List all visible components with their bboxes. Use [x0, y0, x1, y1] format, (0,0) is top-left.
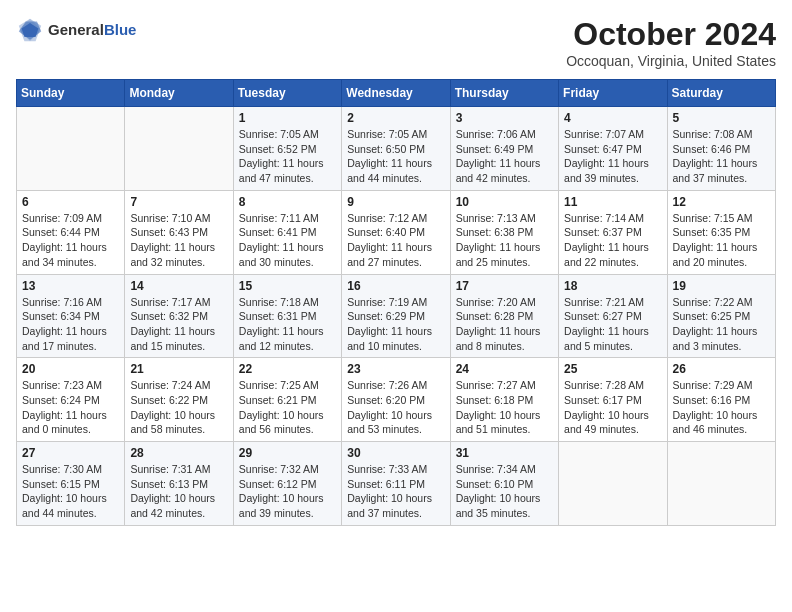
day-info: Sunrise: 7:28 AM Sunset: 6:17 PM Dayligh… — [564, 378, 661, 437]
location-title: Occoquan, Virginia, United States — [566, 53, 776, 69]
day-number: 14 — [130, 279, 227, 293]
logo: GeneralBlue — [16, 16, 136, 44]
day-info: Sunrise: 7:21 AM Sunset: 6:27 PM Dayligh… — [564, 295, 661, 354]
calendar-cell: 17Sunrise: 7:20 AM Sunset: 6:28 PM Dayli… — [450, 274, 558, 358]
calendar-cell: 5Sunrise: 7:08 AM Sunset: 6:46 PM Daylig… — [667, 107, 775, 191]
day-number: 18 — [564, 279, 661, 293]
day-info: Sunrise: 7:19 AM Sunset: 6:29 PM Dayligh… — [347, 295, 444, 354]
day-info: Sunrise: 7:17 AM Sunset: 6:32 PM Dayligh… — [130, 295, 227, 354]
day-number: 26 — [673, 362, 770, 376]
page-header: GeneralBlue October 2024 Occoquan, Virgi… — [16, 16, 776, 69]
day-info: Sunrise: 7:08 AM Sunset: 6:46 PM Dayligh… — [673, 127, 770, 186]
day-info: Sunrise: 7:34 AM Sunset: 6:10 PM Dayligh… — [456, 462, 553, 521]
calendar-cell — [125, 107, 233, 191]
calendar-cell: 3Sunrise: 7:06 AM Sunset: 6:49 PM Daylig… — [450, 107, 558, 191]
calendar-cell: 15Sunrise: 7:18 AM Sunset: 6:31 PM Dayli… — [233, 274, 341, 358]
day-info: Sunrise: 7:06 AM Sunset: 6:49 PM Dayligh… — [456, 127, 553, 186]
day-number: 17 — [456, 279, 553, 293]
weekday-header-tuesday: Tuesday — [233, 80, 341, 107]
calendar-cell: 25Sunrise: 7:28 AM Sunset: 6:17 PM Dayli… — [559, 358, 667, 442]
calendar-cell — [17, 107, 125, 191]
weekday-header-thursday: Thursday — [450, 80, 558, 107]
day-info: Sunrise: 7:14 AM Sunset: 6:37 PM Dayligh… — [564, 211, 661, 270]
day-info: Sunrise: 7:23 AM Sunset: 6:24 PM Dayligh… — [22, 378, 119, 437]
calendar-body: 1Sunrise: 7:05 AM Sunset: 6:52 PM Daylig… — [17, 107, 776, 526]
day-number: 23 — [347, 362, 444, 376]
calendar-cell: 18Sunrise: 7:21 AM Sunset: 6:27 PM Dayli… — [559, 274, 667, 358]
day-info: Sunrise: 7:15 AM Sunset: 6:35 PM Dayligh… — [673, 211, 770, 270]
calendar-cell: 4Sunrise: 7:07 AM Sunset: 6:47 PM Daylig… — [559, 107, 667, 191]
weekday-header-monday: Monday — [125, 80, 233, 107]
calendar-cell: 28Sunrise: 7:31 AM Sunset: 6:13 PM Dayli… — [125, 442, 233, 526]
day-number: 13 — [22, 279, 119, 293]
day-number: 15 — [239, 279, 336, 293]
weekday-header-saturday: Saturday — [667, 80, 775, 107]
day-number: 20 — [22, 362, 119, 376]
day-info: Sunrise: 7:25 AM Sunset: 6:21 PM Dayligh… — [239, 378, 336, 437]
calendar-cell: 31Sunrise: 7:34 AM Sunset: 6:10 PM Dayli… — [450, 442, 558, 526]
day-info: Sunrise: 7:33 AM Sunset: 6:11 PM Dayligh… — [347, 462, 444, 521]
calendar-cell: 27Sunrise: 7:30 AM Sunset: 6:15 PM Dayli… — [17, 442, 125, 526]
weekday-header-wednesday: Wednesday — [342, 80, 450, 107]
day-number: 12 — [673, 195, 770, 209]
calendar-week-5: 27Sunrise: 7:30 AM Sunset: 6:15 PM Dayli… — [17, 442, 776, 526]
calendar-cell: 10Sunrise: 7:13 AM Sunset: 6:38 PM Dayli… — [450, 190, 558, 274]
day-number: 24 — [456, 362, 553, 376]
calendar-cell: 22Sunrise: 7:25 AM Sunset: 6:21 PM Dayli… — [233, 358, 341, 442]
day-number: 6 — [22, 195, 119, 209]
calendar-header: SundayMondayTuesdayWednesdayThursdayFrid… — [17, 80, 776, 107]
calendar-cell: 12Sunrise: 7:15 AM Sunset: 6:35 PM Dayli… — [667, 190, 775, 274]
day-number: 3 — [456, 111, 553, 125]
day-info: Sunrise: 7:31 AM Sunset: 6:13 PM Dayligh… — [130, 462, 227, 521]
day-number: 21 — [130, 362, 227, 376]
day-info: Sunrise: 7:11 AM Sunset: 6:41 PM Dayligh… — [239, 211, 336, 270]
calendar-cell: 13Sunrise: 7:16 AM Sunset: 6:34 PM Dayli… — [17, 274, 125, 358]
calendar-cell: 23Sunrise: 7:26 AM Sunset: 6:20 PM Dayli… — [342, 358, 450, 442]
day-number: 19 — [673, 279, 770, 293]
calendar-cell: 29Sunrise: 7:32 AM Sunset: 6:12 PM Dayli… — [233, 442, 341, 526]
calendar-cell: 7Sunrise: 7:10 AM Sunset: 6:43 PM Daylig… — [125, 190, 233, 274]
calendar-cell: 21Sunrise: 7:24 AM Sunset: 6:22 PM Dayli… — [125, 358, 233, 442]
calendar-week-2: 6Sunrise: 7:09 AM Sunset: 6:44 PM Daylig… — [17, 190, 776, 274]
day-number: 10 — [456, 195, 553, 209]
day-info: Sunrise: 7:07 AM Sunset: 6:47 PM Dayligh… — [564, 127, 661, 186]
calendar-cell: 8Sunrise: 7:11 AM Sunset: 6:41 PM Daylig… — [233, 190, 341, 274]
day-number: 7 — [130, 195, 227, 209]
calendar-week-4: 20Sunrise: 7:23 AM Sunset: 6:24 PM Dayli… — [17, 358, 776, 442]
calendar-cell: 11Sunrise: 7:14 AM Sunset: 6:37 PM Dayli… — [559, 190, 667, 274]
weekday-header-sunday: Sunday — [17, 80, 125, 107]
calendar-week-3: 13Sunrise: 7:16 AM Sunset: 6:34 PM Dayli… — [17, 274, 776, 358]
calendar-cell — [559, 442, 667, 526]
day-number: 27 — [22, 446, 119, 460]
day-number: 4 — [564, 111, 661, 125]
day-number: 8 — [239, 195, 336, 209]
logo-text-blue: Blue — [104, 21, 137, 38]
day-info: Sunrise: 7:18 AM Sunset: 6:31 PM Dayligh… — [239, 295, 336, 354]
calendar-cell: 14Sunrise: 7:17 AM Sunset: 6:32 PM Dayli… — [125, 274, 233, 358]
day-number: 11 — [564, 195, 661, 209]
day-number: 22 — [239, 362, 336, 376]
day-info: Sunrise: 7:22 AM Sunset: 6:25 PM Dayligh… — [673, 295, 770, 354]
calendar-cell: 2Sunrise: 7:05 AM Sunset: 6:50 PM Daylig… — [342, 107, 450, 191]
weekday-header-friday: Friday — [559, 80, 667, 107]
calendar-week-1: 1Sunrise: 7:05 AM Sunset: 6:52 PM Daylig… — [17, 107, 776, 191]
day-info: Sunrise: 7:30 AM Sunset: 6:15 PM Dayligh… — [22, 462, 119, 521]
calendar-cell: 6Sunrise: 7:09 AM Sunset: 6:44 PM Daylig… — [17, 190, 125, 274]
month-title: October 2024 — [566, 16, 776, 53]
day-number: 28 — [130, 446, 227, 460]
day-info: Sunrise: 7:16 AM Sunset: 6:34 PM Dayligh… — [22, 295, 119, 354]
day-info: Sunrise: 7:12 AM Sunset: 6:40 PM Dayligh… — [347, 211, 444, 270]
calendar-cell: 9Sunrise: 7:12 AM Sunset: 6:40 PM Daylig… — [342, 190, 450, 274]
day-info: Sunrise: 7:09 AM Sunset: 6:44 PM Dayligh… — [22, 211, 119, 270]
day-number: 31 — [456, 446, 553, 460]
day-number: 1 — [239, 111, 336, 125]
calendar-cell: 24Sunrise: 7:27 AM Sunset: 6:18 PM Dayli… — [450, 358, 558, 442]
day-info: Sunrise: 7:27 AM Sunset: 6:18 PM Dayligh… — [456, 378, 553, 437]
logo-icon — [16, 16, 44, 44]
title-block: October 2024 Occoquan, Virginia, United … — [566, 16, 776, 69]
day-number: 30 — [347, 446, 444, 460]
day-info: Sunrise: 7:29 AM Sunset: 6:16 PM Dayligh… — [673, 378, 770, 437]
calendar-cell: 1Sunrise: 7:05 AM Sunset: 6:52 PM Daylig… — [233, 107, 341, 191]
day-number: 25 — [564, 362, 661, 376]
day-info: Sunrise: 7:20 AM Sunset: 6:28 PM Dayligh… — [456, 295, 553, 354]
